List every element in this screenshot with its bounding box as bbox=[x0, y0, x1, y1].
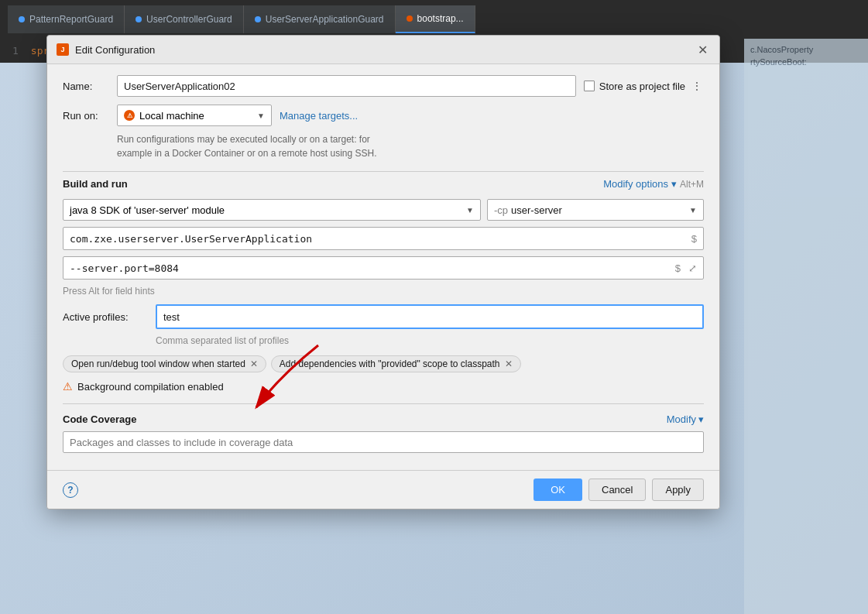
footer-buttons: OK Cancel Apply bbox=[533, 479, 704, 501]
local-machine-text: Local machine bbox=[139, 110, 204, 122]
apply-button[interactable]: Apply bbox=[652, 479, 704, 501]
active-profiles-label: Active profiles: bbox=[63, 311, 148, 323]
name-row: Name: Store as project file ⋮ bbox=[63, 75, 704, 97]
tab-user-server-app-label: UserServerApplicationGuard bbox=[266, 14, 384, 25]
cp-arrow-icon: ▼ bbox=[689, 206, 697, 214]
coverage-input[interactable] bbox=[63, 431, 704, 453]
dialog-titlebar: J Edit Configuration ✕ bbox=[47, 36, 719, 64]
sdk-label: java 8 SDK of 'user-server' module bbox=[70, 204, 225, 216]
profiles-hint: Comma separated list of profiles bbox=[156, 335, 704, 346]
right-line1: c.NacosProperty bbox=[750, 45, 862, 54]
help-button[interactable]: ? bbox=[63, 482, 78, 498]
build-run-title: Build and run bbox=[63, 178, 128, 190]
coverage-modify-link[interactable]: Modify ▾ bbox=[667, 413, 704, 425]
tags-row: Open run/debug tool window when started … bbox=[63, 355, 704, 372]
info-text: Run configurations may be executed local… bbox=[117, 132, 704, 160]
tab-bootstrap-label: bootstrap... bbox=[417, 13, 464, 24]
coverage-chevron-icon: ▾ bbox=[698, 413, 704, 425]
ok-button[interactable]: OK bbox=[533, 479, 582, 501]
name-label: Name: bbox=[63, 81, 109, 92]
coverage-modify-label: Modify bbox=[667, 413, 696, 425]
tag-add-deps-label: Add dependencies with "provided" scope t… bbox=[280, 358, 500, 369]
tab-pattern[interactable]: PatternReportGuard bbox=[8, 5, 125, 33]
tag-run-debug: Open run/debug tool window when started … bbox=[63, 355, 266, 372]
code-coverage-title: Code Coverage bbox=[63, 413, 136, 425]
tab-user-server-app[interactable]: UserServerApplicationGuard bbox=[244, 5, 396, 33]
sdk-arrow-icon: ▼ bbox=[466, 206, 474, 214]
dialog-app-icon: J bbox=[57, 43, 69, 56]
line-number: 1 bbox=[12, 45, 19, 57]
modify-options-shortcut: Alt+M bbox=[680, 179, 704, 190]
build-run-header: Build and run Modify options ▾ Alt+M bbox=[63, 178, 704, 190]
cp-prefix: -cp bbox=[494, 204, 508, 216]
field-hint: Press Alt for field hints bbox=[63, 286, 704, 297]
store-file-area: Store as project file ⋮ bbox=[584, 79, 704, 93]
manage-targets-link[interactable]: Manage targets... bbox=[280, 110, 358, 122]
store-as-file-label: Store as project file bbox=[599, 81, 685, 92]
sdk-dropdown[interactable]: java 8 SDK of 'user-server' module ▼ bbox=[63, 199, 481, 221]
local-machine-icon: ⚠ bbox=[124, 110, 135, 121]
run-on-row: Run on: ⚠ Local machine ▼ Manage targets… bbox=[63, 105, 704, 126]
warning-row: ⚠ Background compilation enabled bbox=[63, 380, 704, 393]
dialog-title-text: Edit Configuration bbox=[75, 44, 155, 56]
tag-run-debug-label: Open run/debug tool window when started bbox=[71, 358, 245, 369]
tab-bar: PatternReportGuard UserControllerGuard U… bbox=[0, 0, 868, 39]
active-profiles-input[interactable] bbox=[156, 304, 704, 329]
close-button[interactable]: ✕ bbox=[695, 42, 710, 57]
tag-run-debug-close[interactable]: ✕ bbox=[250, 359, 258, 369]
vm-dollar-icon[interactable]: $ bbox=[672, 261, 684, 276]
variable-icon[interactable]: $ bbox=[685, 233, 703, 245]
cancel-button[interactable]: Cancel bbox=[588, 479, 646, 501]
store-more-button[interactable]: ⋮ bbox=[690, 79, 704, 93]
right-line2: rtySourceBoot: bbox=[750, 57, 862, 67]
divider1 bbox=[63, 171, 704, 172]
store-as-file-checkbox[interactable] bbox=[584, 81, 595, 91]
dialog-footer: ? OK Cancel Apply bbox=[47, 470, 719, 509]
tab-bootstrap[interactable]: bootstrap... bbox=[396, 5, 475, 33]
cp-value: user-server bbox=[511, 204, 562, 216]
warning-text: Background compilation enabled bbox=[77, 381, 224, 393]
dropdown-arrow-icon: ▼ bbox=[257, 111, 265, 120]
vm-options-input[interactable] bbox=[63, 257, 669, 279]
name-input[interactable] bbox=[117, 75, 576, 97]
dialog-title-left: J Edit Configuration bbox=[57, 43, 155, 56]
modify-options-label: Modify options bbox=[603, 178, 668, 190]
warning-icon: ⚠ bbox=[63, 380, 73, 393]
run-on-label: Run on: bbox=[63, 110, 109, 122]
edit-configuration-dialog: J Edit Configuration ✕ Name: Store as pr… bbox=[46, 35, 720, 509]
tag-add-deps-close[interactable]: ✕ bbox=[505, 359, 513, 369]
local-machine-dropdown[interactable]: ⚠ Local machine ▼ bbox=[117, 105, 272, 126]
chevron-down-icon: ▾ bbox=[671, 178, 677, 190]
tab-user-controller[interactable]: UserControllerGuard bbox=[125, 5, 244, 33]
classpath-dropdown[interactable]: -cp user-server ▼ bbox=[487, 199, 704, 221]
main-class-input[interactable] bbox=[63, 228, 685, 249]
coverage-input-row bbox=[63, 431, 704, 453]
dialog-body: Name: Store as project file ⋮ Run on: ⚠ … bbox=[47, 64, 719, 470]
main-class-row: $ bbox=[63, 227, 704, 250]
sdk-classpath-row: java 8 SDK of 'user-server' module ▼ -cp… bbox=[63, 199, 704, 221]
code-coverage-header: Code Coverage Modify ▾ bbox=[63, 413, 704, 425]
modify-options-link[interactable]: Modify options ▾ Alt+M bbox=[603, 178, 704, 190]
tag-add-deps: Add dependencies with "provided" scope t… bbox=[271, 355, 521, 372]
tab-user-controller-label: UserControllerGuard bbox=[146, 14, 232, 25]
active-profiles-row: Active profiles: bbox=[63, 304, 704, 329]
right-panel: c.NacosProperty rtySourceBoot: bbox=[744, 39, 868, 614]
vm-expand-icon[interactable]: ⤢ bbox=[685, 261, 700, 276]
tab-pattern-label: PatternReportGuard bbox=[29, 14, 113, 25]
vm-options-row: $ ⤢ bbox=[63, 256, 704, 280]
vm-icons: $ ⤢ bbox=[669, 261, 703, 276]
divider2 bbox=[63, 403, 704, 404]
